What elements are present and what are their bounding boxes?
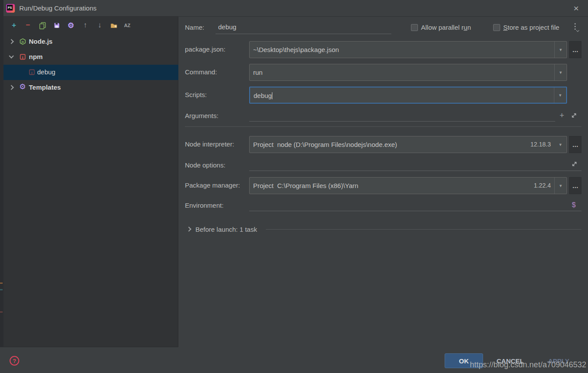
dialog-title: Run/Debug Configurations — [19, 4, 97, 12]
npm-icon — [28, 69, 35, 76]
new-folder-icon[interactable] — [109, 21, 118, 30]
arguments-label: Arguments: — [185, 112, 219, 119]
chevron-right-icon[interactable] — [9, 85, 14, 90]
arguments-input[interactable] — [249, 108, 555, 122]
tree-item-label: Node.js — [29, 38, 52, 45]
stripe-mark — [0, 289, 3, 290]
add-argument-icon[interactable]: + — [560, 112, 564, 119]
section-separator — [185, 126, 581, 127]
dialog-footer: ? OK CANCEL APPLY https://blog.csdn.net/… — [0, 347, 588, 373]
tree-item-npm[interactable]: npm — [3, 49, 178, 65]
environment-variables-icon[interactable]: $ — [572, 201, 576, 209]
dropdown-arrow-icon[interactable]: ▼ — [554, 87, 566, 103]
dropdown-arrow-icon[interactable]: ▼ — [554, 42, 567, 58]
edit-templates-icon[interactable]: ⚙ — [66, 21, 76, 30]
remove-configuration-icon[interactable]: − — [23, 21, 33, 30]
name-input[interactable]: debug — [216, 21, 391, 34]
scripts-combobox[interactable]: debug ▼ — [249, 87, 567, 104]
allow-parallel-run-label[interactable]: Allow parallel run — [421, 24, 471, 31]
add-configuration-icon[interactable]: + — [9, 21, 19, 30]
gear-icon: ⚙ — [19, 84, 26, 91]
node-options-input[interactable] — [249, 158, 581, 171]
title-bar: PS Run/Debug Configurations × — [3, 0, 588, 17]
expand-field-icon[interactable] — [571, 160, 578, 167]
command-label: Command: — [185, 68, 217, 76]
npm-icon — [19, 53, 26, 60]
store-as-project-file-label[interactable]: Store as project file — [503, 24, 559, 31]
tree-item-debug[interactable]: debug — [3, 65, 178, 80]
run-debug-configurations-dialog: PS Run/Debug Configurations × + − ⚙ ↑ ↓ … — [0, 0, 588, 373]
more-options-icon[interactable] — [573, 23, 580, 33]
before-launch-line — [266, 229, 581, 230]
package-manager-label: Package manager: — [185, 181, 240, 189]
node-options-label: Node options: — [185, 161, 226, 169]
tree-item-label: Templates — [29, 84, 61, 91]
phpstorm-badge: PS — [7, 5, 13, 10]
command-combobox[interactable]: run ▼ — [249, 64, 567, 81]
close-icon[interactable]: × — [571, 3, 582, 14]
name-label: Name: — [185, 24, 204, 31]
scripts-label: Scripts: — [185, 91, 207, 98]
text-caret — [272, 92, 272, 99]
package-json-label: package.json: — [185, 45, 226, 53]
phpstorm-icon: PS — [6, 4, 15, 13]
move-up-icon[interactable]: ↑ — [80, 21, 90, 30]
node-interpreter-combobox[interactable]: Project node (D:\Program Files\nodejs\no… — [249, 136, 567, 153]
package-json-browse-button[interactable]: … — [569, 41, 581, 58]
node-version: 12.18.3 — [530, 136, 551, 153]
package-json-combobox[interactable]: ~\Desktop\thejs\package.json ▼ — [249, 41, 567, 58]
environment-input[interactable] — [249, 198, 581, 211]
yarn-version: 1.22.4 — [534, 178, 551, 194]
stripe-mark — [0, 311, 3, 313]
configurations-sidebar: + − ⚙ ↑ ↓ AZ js Node.js — [3, 17, 178, 347]
allow-parallel-run-checkbox[interactable] — [411, 24, 418, 31]
tree-item-nodejs[interactable]: js Node.js — [3, 34, 178, 49]
package-manager-browse-button[interactable]: … — [569, 177, 581, 194]
tree-item-label: npm — [29, 53, 43, 60]
dropdown-arrow-icon[interactable]: ▼ — [554, 64, 567, 80]
save-configuration-icon[interactable] — [52, 21, 62, 30]
environment-label: Environment: — [185, 202, 223, 209]
sidebar-toolbar: + − ⚙ ↑ ↓ AZ — [3, 17, 178, 35]
move-down-icon[interactable]: ↓ — [95, 21, 104, 30]
sort-alphabetically-icon[interactable]: AZ — [122, 21, 132, 30]
stripe-mark — [0, 282, 3, 284]
chevron-right-icon[interactable] — [186, 227, 191, 231]
package-manager-combobox[interactable]: Project C:\Program Files (x86)\Yarn 1.22… — [249, 177, 567, 194]
before-launch-label[interactable]: Before launch: 1 task — [195, 226, 257, 233]
svg-text:js: js — [21, 40, 24, 44]
copy-configuration-icon[interactable] — [38, 21, 47, 30]
expand-field-icon[interactable] — [571, 112, 578, 119]
store-as-project-file-checkbox[interactable] — [493, 24, 500, 31]
window-edge-strip — [0, 0, 3, 373]
chevron-down-icon[interactable] — [9, 53, 14, 58]
node-interpreter-label: Node interpreter: — [185, 140, 234, 148]
nodejs-icon: js — [19, 38, 26, 45]
node-interpreter-browse-button[interactable]: … — [569, 136, 581, 153]
tree-item-templates[interactable]: ⚙ Templates — [3, 80, 178, 95]
dropdown-arrow-icon[interactable]: ▼ — [554, 178, 567, 194]
watermark: https://blog.csdn.net/a709046532 — [470, 360, 586, 370]
dropdown-arrow-icon[interactable]: ▼ — [554, 136, 567, 153]
help-icon[interactable]: ? — [10, 356, 19, 366]
chevron-right-icon[interactable] — [9, 39, 14, 44]
tree-item-label: debug — [37, 68, 56, 76]
